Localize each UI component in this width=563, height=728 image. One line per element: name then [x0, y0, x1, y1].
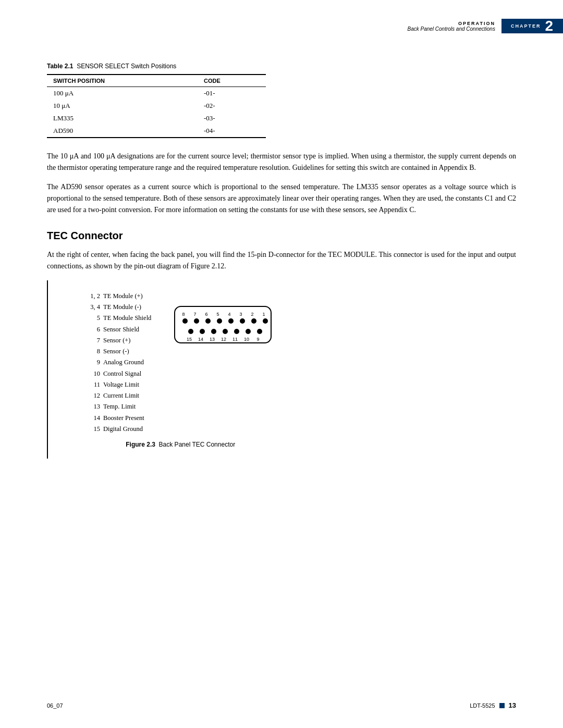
table-cell-position: AD590 — [47, 125, 198, 138]
page: OPERATION Back Panel Controls and Connec… — [0, 0, 563, 728]
svg-point-8 — [263, 318, 268, 324]
pin-number: 6 — [84, 324, 100, 335]
page-header: OPERATION Back Panel Controls and Connec… — [0, 19, 563, 33]
table-title-bold: Table 2.1 — [47, 63, 75, 70]
svg-text:4: 4 — [228, 312, 231, 317]
table-section: Table 2.1 SENSOR SELECT Switch Positions… — [47, 63, 516, 138]
list-item: 12Current Limit — [84, 390, 151, 401]
pin-number: 8 — [84, 346, 100, 357]
col-switch-position: SWITCH POSITION — [47, 75, 198, 87]
table-cell-code: -01- — [198, 87, 266, 100]
table-cell-position: LM335 — [47, 112, 198, 125]
pin-desc: Digital Ground — [103, 424, 143, 435]
vertical-line — [47, 280, 48, 459]
table-cell-position: 10 μA — [47, 100, 198, 112]
table-cell-code: -04- — [198, 125, 266, 138]
svg-text:1: 1 — [263, 312, 265, 317]
pin-desc: TE Module Shield — [103, 313, 151, 324]
svg-point-15 — [257, 329, 262, 334]
pin-number: 10 — [84, 368, 100, 379]
chapter-tab: CHAPTER 2 — [501, 19, 563, 33]
figure-inner: 1, 2TE Module (+)3, 4TE Module (-)5TE Mo… — [84, 291, 276, 435]
header-text: OPERATION Back Panel Controls and Connec… — [407, 19, 501, 33]
footer-right: LDT-5525 13 — [470, 701, 516, 709]
pin-number: 11 — [84, 379, 100, 390]
table-row: 100 μA-01- — [47, 87, 266, 100]
list-item: 13Temp. Limit — [84, 401, 151, 412]
header-operation: OPERATION — [407, 21, 495, 26]
pin-number: 7 — [84, 335, 100, 346]
paragraph-1: The 10 μA and 100 μA designations are fo… — [47, 151, 516, 173]
list-item: 7Sensor (+) — [84, 335, 151, 346]
list-item: 1, 2TE Module (+) — [84, 291, 151, 302]
list-item: 6Sensor Shield — [84, 324, 151, 335]
pin-number: 12 — [84, 390, 100, 401]
footer-page: 13 — [509, 701, 516, 709]
table-title: Table 2.1 SENSOR SELECT Switch Positions — [47, 63, 516, 70]
svg-point-9 — [188, 329, 193, 334]
sensor-table: SWITCH POSITION CODE 100 μA-01-10 μA-02-… — [47, 74, 266, 138]
svg-point-7 — [251, 318, 256, 324]
list-item: 8Sensor (-) — [84, 346, 151, 357]
paragraph-2: The AD590 sensor operates as a current s… — [47, 181, 516, 215]
list-item: 15Digital Ground — [84, 424, 151, 435]
table-title-text: SENSOR SELECT Switch Positions — [77, 63, 176, 70]
table-row: 10 μA-02- — [47, 100, 266, 112]
connector-diagram: 8 7 6 5 4 3 2 1 15 14 13 12 — [172, 301, 276, 359]
table-cell-code: -02- — [198, 100, 266, 112]
svg-text:11: 11 — [232, 337, 238, 342]
footer-left: 06_07 — [47, 702, 63, 709]
section-heading: TEC Connector — [47, 230, 516, 242]
svg-text:10: 10 — [244, 337, 249, 342]
section-intro: At the right of center, when facing the … — [47, 249, 516, 272]
svg-text:15: 15 — [187, 337, 192, 342]
svg-text:14: 14 — [198, 337, 203, 342]
list-item: 5TE Module Shield — [84, 313, 151, 324]
svg-point-1 — [182, 318, 188, 324]
svg-text:6: 6 — [205, 312, 208, 317]
svg-text:2: 2 — [251, 312, 254, 317]
svg-point-11 — [211, 329, 216, 334]
pin-desc: Voltage Limit — [103, 379, 139, 390]
pin-number: 3, 4 — [84, 302, 100, 313]
pin-desc: Sensor Shield — [103, 324, 139, 335]
chapter-number: 2 — [545, 19, 554, 33]
chapter-label: CHAPTER — [511, 23, 541, 29]
svg-point-3 — [205, 318, 211, 324]
pin-desc: Sensor (-) — [103, 346, 129, 357]
pin-number: 14 — [84, 413, 100, 424]
pin-number: 5 — [84, 313, 100, 324]
pin-desc: Control Signal — [103, 368, 141, 379]
svg-point-5 — [228, 318, 234, 324]
svg-text:9: 9 — [257, 337, 260, 342]
table-row: LM335-03- — [47, 112, 266, 125]
table-cell-code: -03- — [198, 112, 266, 125]
pin-number: 1, 2 — [84, 291, 100, 302]
footer-model: LDT-5525 — [470, 702, 495, 709]
pin-desc: Sensor (+) — [103, 335, 131, 346]
pin-number: 15 — [84, 424, 100, 435]
list-item: 14Booster Present — [84, 413, 151, 424]
pin-desc: Temp. Limit — [103, 401, 136, 412]
pin-number: 9 — [84, 357, 100, 368]
svg-point-4 — [217, 318, 222, 324]
pin-desc: Current Limit — [103, 390, 139, 401]
svg-text:5: 5 — [217, 312, 219, 317]
svg-point-13 — [234, 329, 239, 334]
list-item: 3, 4TE Module (-) — [84, 302, 151, 313]
svg-point-14 — [246, 329, 251, 334]
list-item: 11Voltage Limit — [84, 379, 151, 390]
svg-text:3: 3 — [240, 312, 242, 317]
pin-desc: TE Module (+) — [103, 291, 143, 302]
svg-text:12: 12 — [221, 337, 226, 342]
footer-square-icon — [499, 703, 505, 708]
pin-desc: TE Module (-) — [103, 302, 141, 313]
list-item: 10Control Signal — [84, 368, 151, 379]
figure-section: 1, 2TE Module (+)3, 4TE Module (-)5TE Mo… — [47, 280, 516, 459]
main-content: Table 2.1 SENSOR SELECT Switch Positions… — [47, 63, 516, 459]
page-footer: 06_07 LDT-5525 13 — [47, 701, 516, 709]
figure-caption: Figure 2.3 Back Panel TEC Connector — [126, 441, 235, 448]
svg-text:8: 8 — [182, 312, 185, 317]
list-item: 9Analog Ground — [84, 357, 151, 368]
svg-text:7: 7 — [194, 312, 197, 317]
